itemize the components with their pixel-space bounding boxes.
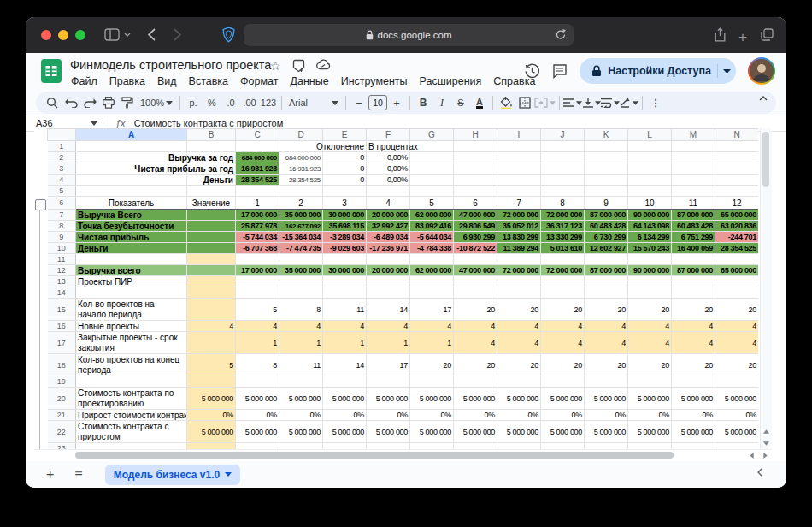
decrease-decimals-button[interactable]: .0 — [221, 93, 240, 112]
cell-N7[interactable]: 65 000 000 — [715, 210, 759, 221]
cell-A8[interactable]: Точка безубыточности — [76, 221, 187, 232]
cell-H20[interactable]: 5 000 000 — [454, 388, 497, 410]
cell-M1[interactable] — [672, 141, 715, 152]
cell-E3[interactable]: 0 — [323, 163, 367, 175]
cell-K17[interactable]: 4 — [585, 332, 628, 354]
cell-A16[interactable]: Новые проекты — [76, 321, 187, 332]
cell-J2[interactable] — [541, 152, 585, 163]
cell-K9[interactable]: 6 730 299 — [585, 232, 628, 243]
cell-J22[interactable]: 5 000 000 — [541, 421, 585, 443]
comments-button[interactable] — [552, 63, 568, 79]
cell-G20[interactable]: 5 000 000 — [410, 388, 454, 410]
cell-E1[interactable]: Отклонение — [323, 141, 367, 152]
row-header-8[interactable]: 8 — [48, 221, 76, 232]
cell-L1[interactable] — [628, 141, 672, 152]
hide-menus-button[interactable] — [759, 96, 768, 101]
cell-K4[interactable] — [585, 175, 628, 186]
cell-F5[interactable] — [367, 186, 410, 197]
cell-B15[interactable] — [187, 299, 236, 321]
cell-A15[interactable]: Кол-во проектов на начало периода — [76, 299, 187, 321]
row-header-13[interactable]: 13 — [48, 276, 76, 287]
cell-M21[interactable]: 0% — [672, 410, 715, 421]
cell-A11[interactable] — [76, 254, 187, 265]
cell-E17[interactable]: 1 — [323, 332, 367, 354]
document-status-button[interactable] — [316, 59, 331, 73]
cell-N23[interactable] — [715, 443, 759, 450]
row-header-14[interactable]: 14 — [48, 287, 76, 299]
cell-E9[interactable]: -3 289 034 — [323, 232, 367, 243]
cell-J15[interactable]: 20 — [541, 299, 585, 321]
cell-C12[interactable]: 17 000 000 — [236, 265, 279, 276]
cell-F22[interactable]: 5 000 000 — [367, 421, 410, 443]
cell-H14[interactable] — [454, 287, 497, 299]
font-size-input[interactable]: 10 — [368, 95, 387, 110]
cell-H8[interactable]: 29 806 549 — [454, 221, 497, 232]
cell-L13[interactable] — [628, 276, 672, 287]
cell-N3[interactable] — [715, 163, 759, 175]
cell-C13[interactable] — [236, 276, 279, 287]
cell-C18[interactable]: 8 — [236, 354, 279, 376]
format-currency-button[interactable]: р. — [184, 93, 203, 112]
cell-C17[interactable]: 1 — [236, 332, 279, 354]
sheets-logo[interactable] — [40, 57, 62, 85]
cell-L7[interactable]: 90 000 000 — [628, 210, 672, 221]
cell-H16[interactable]: 4 — [454, 321, 497, 332]
cell-G22[interactable]: 5 000 000 — [410, 421, 454, 443]
back-button[interactable] — [148, 28, 156, 41]
cell-L18[interactable]: 20 — [628, 354, 672, 376]
cell-C10[interactable]: -6 707 368 — [236, 243, 279, 254]
undo-button[interactable] — [62, 93, 80, 112]
menu-item-1[interactable]: Файл — [65, 74, 103, 88]
cell-I23[interactable] — [497, 443, 541, 450]
cell-A10[interactable]: Деньги — [76, 243, 187, 254]
cell-G13[interactable] — [410, 276, 454, 287]
cell-J11[interactable] — [541, 254, 585, 265]
cell-C6[interactable]: 1 — [236, 197, 279, 210]
cell-K6[interactable]: 9 — [585, 197, 628, 210]
cell-M19[interactable] — [672, 376, 715, 388]
cell-J9[interactable]: 13 330 299 — [541, 232, 585, 243]
cell-N12[interactable]: 65 000 000 — [715, 265, 759, 276]
cell-H12[interactable]: 47 000 000 — [454, 265, 497, 276]
row-header-5[interactable]: 5 — [48, 186, 76, 197]
cell-N9[interactable]: -244 701 — [715, 232, 759, 243]
row-header-9[interactable]: 9 — [48, 232, 76, 243]
cell-N15[interactable]: 20 — [715, 299, 759, 321]
col-header-A[interactable]: A — [76, 129, 187, 141]
extension-shield-button[interactable] — [222, 27, 235, 43]
cell-E21[interactable]: 0% — [323, 410, 367, 421]
cell-D3[interactable]: 16 931 923 — [279, 163, 323, 175]
col-header-I[interactable]: I — [497, 129, 541, 141]
cell-D11[interactable] — [279, 254, 323, 265]
cell-N4[interactable] — [715, 175, 759, 186]
cell-I11[interactable] — [497, 254, 541, 265]
cell-G12[interactable]: 62 000 000 — [410, 265, 454, 276]
cell-B4[interactable]: Деньги — [187, 175, 236, 186]
cell-I16[interactable]: 4 — [497, 321, 541, 332]
row-header-20[interactable]: 20 — [48, 388, 76, 410]
cell-A14[interactable] — [76, 287, 187, 299]
cell-H11[interactable] — [454, 254, 497, 265]
vertical-scrollbar[interactable] — [760, 128, 772, 449]
cell-N2[interactable] — [715, 152, 759, 163]
add-sheet-button[interactable]: + — [46, 467, 54, 483]
menu-item-5[interactable]: Формат — [234, 74, 284, 88]
col-header-B[interactable]: B — [187, 129, 236, 141]
cell-A4[interactable] — [76, 175, 187, 186]
cell-J3[interactable] — [541, 163, 585, 175]
cell-L6[interactable]: 10 — [628, 197, 672, 210]
cell-G16[interactable]: 4 — [410, 321, 454, 332]
cell-J13[interactable] — [541, 276, 585, 287]
version-history-button[interactable] — [524, 63, 540, 80]
sidebar-toggle-button[interactable] — [104, 28, 120, 41]
cell-F10[interactable]: -17 236 971 — [367, 243, 410, 254]
cell-K7[interactable]: 87 000 000 — [585, 210, 628, 221]
cell-G5[interactable] — [410, 186, 454, 197]
cell-A22[interactable]: Стоимость контракта с приростом — [76, 421, 187, 443]
cell-F13[interactable] — [367, 276, 410, 287]
cell-N16[interactable]: 4 — [715, 321, 759, 332]
cell-F6[interactable]: 4 — [367, 197, 410, 210]
row-header-6[interactable]: 6 — [48, 197, 76, 210]
cell-D17[interactable]: 1 — [279, 332, 323, 354]
cell-L12[interactable]: 90 000 000 — [628, 265, 672, 276]
